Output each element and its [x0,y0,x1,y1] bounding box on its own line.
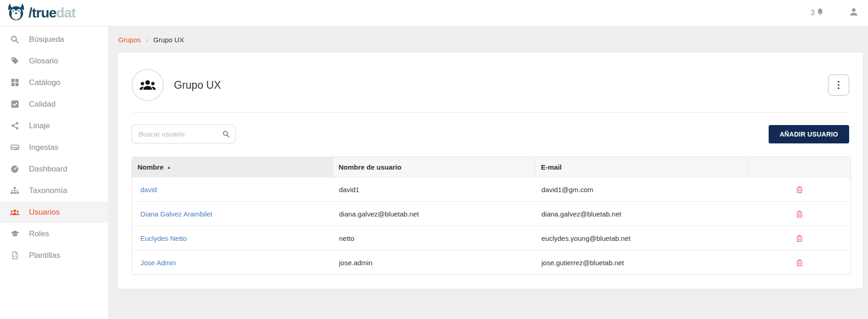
sidebar-item-usuarios[interactable]: Usuarios [0,201,108,223]
group-options-button[interactable] [828,74,849,96]
search-icon [10,34,20,45]
sidebar-item-linaje[interactable]: Linaje [0,115,108,137]
server-icon [10,142,20,153]
sort-asc-icon: ▲ [167,165,171,170]
sidebar-item-label: Glosario [29,57,58,66]
breadcrumb-separator: › [146,36,148,44]
sidebar-item-glosario[interactable]: Glosario [0,50,108,72]
kebab-icon [838,81,839,83]
group-card: Grupo UX [117,52,863,289]
app-window: /truedat 3 [0,0,868,319]
bell-icon [816,7,825,18]
sidebar-item-ingestas[interactable]: Ingestas [0,137,108,158]
sidebar-item-taxonomia[interactable]: Taxonomía [0,180,108,201]
user-username: netto [333,226,535,250]
delete-user-button[interactable] [795,210,804,218]
sidebar: Búsqueda Glosario Catá [0,26,108,319]
sidebar-item-busqueda[interactable]: Búsqueda [0,28,108,50]
graduation-cap-icon [10,229,20,239]
delete-user-button[interactable] [795,234,804,243]
user-username: jose.admin [333,250,535,274]
grid-icon [10,78,20,88]
column-header-nombre-usuario[interactable]: Nombre de usuario [333,157,535,177]
sidebar-item-plantillas[interactable]: Plantillas [0,245,108,266]
sidebar-item-label: Calidad [29,100,56,109]
trash-icon [795,210,804,218]
column-header-email[interactable]: E-mail [535,157,748,177]
sidebar-item-label: Usuarios [29,208,60,217]
notification-count: 3 [811,9,815,17]
add-user-button[interactable]: AÑADIR USUARIO [769,125,849,143]
search-icon [222,130,230,140]
user-name-link[interactable]: Diana Galvez Arambilet [140,210,213,218]
sidebar-item-label: Taxonomía [29,186,67,195]
sidebar-item-label: Ingestas [29,143,58,152]
user-name-link[interactable]: david [140,186,157,194]
sidebar-item-dashboard[interactable]: Dashboard [0,158,108,180]
content-area: Grupos › Grupo UX [108,26,868,319]
sidebar-item-label: Catálogo [29,78,60,87]
sidebar-item-label: Dashboard [29,165,67,174]
sidebar-item-catalogo[interactable]: Catálogo [0,72,108,93]
trash-icon [795,258,804,267]
tag-icon [10,56,20,66]
sidebar-item-roles[interactable]: Roles [0,223,108,245]
user-email: jose.gutierrez@bluetab.net [535,250,748,274]
sidebar-item-label: Linaje [29,121,50,131]
table-row: Diana Galvez Arambilet diana.galvez@blue… [132,201,851,226]
search-input[interactable] [132,125,236,143]
page-title: Grupo UX [174,79,828,91]
breadcrumb-current: Grupo UX [153,36,184,44]
user-email: diana.galvez@bluetab.net [535,201,748,226]
delete-user-button[interactable] [795,185,804,194]
user-menu-button[interactable] [849,7,859,19]
user-email: david1@gm.com [535,177,748,201]
trash-icon [795,234,804,243]
column-header-actions [748,157,851,177]
user-name-link[interactable]: Jose Admin [140,259,176,267]
users-table: Nombre▲ Nombre de usuario E-mail david d… [132,157,851,275]
group-users-icon [139,76,156,94]
sidebar-item-calidad[interactable]: Calidad [0,93,108,115]
trash-icon [795,185,804,194]
person-icon [849,7,859,17]
user-username: david1 [333,177,535,201]
user-username: diana.galvez@bluetab.net [333,201,535,226]
table-row: Jose Admin jose.admin jose.gutierrez@blu… [132,250,851,274]
table-row: david david1 david1@gm.com [132,177,851,201]
user-email: euclydes.young@bluetab.net [535,226,748,250]
brand-text: /truedat [29,6,75,20]
breadcrumb-grupos-link[interactable]: Grupos [118,36,141,44]
sidebar-item-label: Roles [29,229,49,239]
check-square-icon [10,99,20,109]
table-header-row: Nombre▲ Nombre de usuario E-mail [132,157,851,177]
breadcrumb: Grupos › Grupo UX [118,36,868,44]
user-name-link[interactable]: Euclydes Netto [140,234,187,242]
delete-user-button[interactable] [795,258,804,267]
column-header-nombre[interactable]: Nombre▲ [132,157,333,177]
sidebar-item-label: Plantillas [29,251,60,260]
notifications-button[interactable]: 3 [811,7,825,18]
divider [132,112,849,113]
share-icon [10,121,20,131]
users-icon [10,207,20,217]
top-header: /truedat 3 [0,0,868,26]
table-row: Euclydes Netto netto euclydes.young@blue… [132,226,851,250]
truedat-logo[interactable]: /truedat [6,3,75,23]
owl-logo-icon [6,3,26,23]
sidebar-item-label: Búsqueda [29,35,64,44]
gauge-icon [10,164,20,174]
file-code-icon [10,251,20,261]
sitemap-icon [10,186,20,196]
group-avatar [132,69,164,101]
